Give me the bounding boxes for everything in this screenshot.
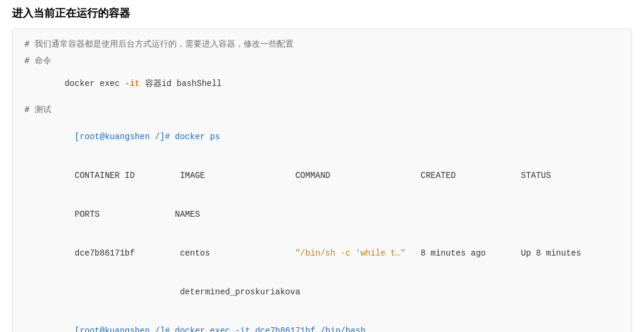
page-title: 进入当前正在运行的容器 (12, 6, 632, 20)
section-test: # 测试 [root@kuangshen /]# docker ps CONTA… (24, 104, 620, 332)
col-image: IMAGE (180, 171, 295, 180)
term-exec-cmd: [root@kuangshen /]# docker exec -it dce7… (24, 312, 620, 332)
section-intro: # 我们通常容器都是使用后台方式运行的，需要进入容器，修改一些配置 (24, 39, 620, 50)
term-container-names: determined_proskuriakova (24, 273, 620, 312)
command-line: docker exec -it 容器id bashShell (24, 69, 620, 99)
container-command: "/bin/sh -c 'while t…" (295, 248, 406, 258)
term-container-row: dce7b86171bf centos "/bin/sh -c 'while t… (24, 234, 620, 273)
col-status: STATUS (521, 171, 551, 180)
term-line-1: [root@kuangshen /]# docker ps (24, 118, 620, 156)
content-box: # 我们通常容器都是使用后台方式运行的，需要进入容器，修改一些配置 # 命令 d… (12, 29, 632, 332)
comment-intro: # 我们通常容器都是使用后台方式运行的，需要进入容器，修改一些配置 (24, 39, 620, 50)
col-ports: PORTS (75, 210, 175, 219)
comment-test: # 测试 (24, 104, 620, 115)
container-image: centos (180, 248, 295, 258)
page-container: 进入当前正在运行的容器 # 我们通常容器都是使用后台方式运行的，需要进入容器，修… (0, 0, 644, 332)
container-status: Up 8 minutes (521, 248, 581, 258)
prompt-1: [root@kuangshen /]# docker ps (75, 132, 220, 142)
prompt-exec: [root@kuangshen /]# docker exec -it dce7… (75, 326, 365, 332)
cmd-rest: 容器id bashShell (140, 79, 221, 88)
container-names: determined_proskuriakova (75, 287, 300, 297)
term-headers2: PORTS NAMES (24, 195, 620, 234)
terminal-block: [root@kuangshen /]# docker ps CONTAINER … (24, 118, 620, 332)
col-names: NAMES (175, 210, 200, 219)
col-command: COMMAND (295, 171, 421, 180)
cmd-docker: docker exec (64, 79, 125, 88)
comment-command: # 命令 (24, 56, 620, 66)
container-created: 8 minutes ago (406, 248, 521, 258)
cmd-it: -it (125, 79, 140, 88)
section-command: # 命令 docker exec -it 容器id bashShell (24, 56, 620, 99)
term-headers: CONTAINER ID IMAGE COMMAND CREATED STATU… (24, 156, 620, 195)
col-container-id: CONTAINER ID (75, 171, 180, 180)
container-id: dce7b86171bf (75, 248, 180, 258)
col-created: CREATED (421, 171, 521, 180)
